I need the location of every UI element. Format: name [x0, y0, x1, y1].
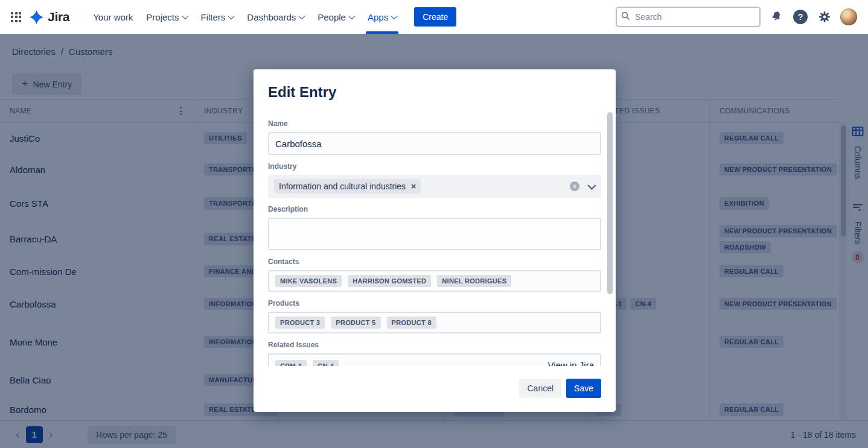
chevron-down-icon: [348, 13, 355, 19]
modal-scrollbar-thumb[interactable]: [607, 112, 613, 294]
contact-tag: HARRISON GOMSTED: [348, 275, 431, 288]
view-in-jira-link[interactable]: View in Jira: [548, 360, 594, 366]
nav-item-people[interactable]: People: [311, 0, 361, 34]
nav-item-apps[interactable]: Apps: [361, 0, 403, 34]
search-icon: [621, 11, 630, 23]
modal-scrollbar-track[interactable]: [607, 110, 613, 358]
product-tag: PRODUCT 3: [275, 317, 325, 329]
name-input[interactable]: [268, 132, 601, 155]
chevron-down-icon[interactable]: [587, 181, 596, 190]
jira-logo-text: Jira: [48, 10, 69, 24]
edit-entry-modal: Edit Entry Name Industry Information and…: [254, 69, 616, 412]
jira-logo-icon: [30, 10, 43, 24]
chevron-down-icon: [182, 13, 188, 19]
search-input[interactable]: [616, 7, 761, 27]
related-issue-tag: CN-4: [313, 360, 339, 366]
nav-item-dashboards[interactable]: Dashboards: [240, 0, 311, 34]
product-tag: PRODUCT 5: [331, 317, 380, 329]
settings-icon[interactable]: [816, 8, 833, 25]
nav-item-your-work[interactable]: Your work: [86, 0, 139, 34]
cancel-button[interactable]: Cancel: [519, 379, 561, 398]
top-navbar: Jira Your work Projects Filters Dashboar…: [0, 0, 868, 34]
remove-tag-icon[interactable]: ×: [411, 182, 416, 191]
industry-selected-tag: Information and cultural industries ×: [274, 179, 421, 194]
nav-item-filters[interactable]: Filters: [194, 0, 241, 34]
contacts-label: Contacts: [268, 257, 601, 266]
navbar-right: ?: [616, 7, 868, 27]
product-tag: PRODUCT 8: [387, 317, 436, 329]
chevron-down-icon: [228, 13, 235, 19]
related-issues-input[interactable]: CRM-1 CN-4 View in Jira: [268, 353, 601, 366]
nav-item-projects[interactable]: Projects: [139, 0, 194, 34]
jira-app-window: Jira Your work Projects Filters Dashboar…: [0, 0, 868, 448]
modal-content: Edit Entry Name Industry Information and…: [254, 69, 616, 366]
chevron-down-icon: [299, 13, 305, 19]
description-input[interactable]: [268, 218, 601, 250]
industry-select[interactable]: Information and cultural industries × ×: [268, 175, 601, 198]
name-label: Name: [268, 119, 601, 128]
description-label: Description: [268, 205, 601, 213]
contact-tag: NINEL RODRIGUES: [437, 275, 511, 288]
related-issue-tag: CRM-1: [275, 360, 307, 366]
industry-label: Industry: [268, 162, 601, 171]
modal-footer: Cancel Save: [519, 379, 601, 398]
active-tab-underline: [366, 31, 398, 34]
save-button[interactable]: Save: [566, 379, 601, 398]
user-avatar[interactable]: [840, 8, 857, 25]
create-button[interactable]: Create: [414, 7, 456, 27]
main-nav: Your work Projects Filters Dashboards Pe…: [86, 0, 403, 34]
contact-tag: MIKE VASOLENS: [275, 275, 342, 288]
jira-logo[interactable]: Jira: [30, 10, 69, 24]
products-label: Products: [268, 299, 601, 308]
modal-title: Edit Entry: [268, 84, 601, 101]
related-issues-label: Related Issues: [268, 341, 601, 349]
clear-select-icon[interactable]: ×: [570, 181, 579, 191]
help-icon[interactable]: ?: [792, 8, 809, 25]
app-switcher-icon[interactable]: [11, 12, 21, 22]
chevron-down-icon: [391, 13, 398, 19]
notifications-icon[interactable]: [768, 8, 785, 25]
contacts-input[interactable]: MIKE VASOLENS HARRISON GOMSTED NINEL ROD…: [268, 270, 601, 292]
products-input[interactable]: PRODUCT 3 PRODUCT 5 PRODUCT 8: [268, 312, 601, 333]
